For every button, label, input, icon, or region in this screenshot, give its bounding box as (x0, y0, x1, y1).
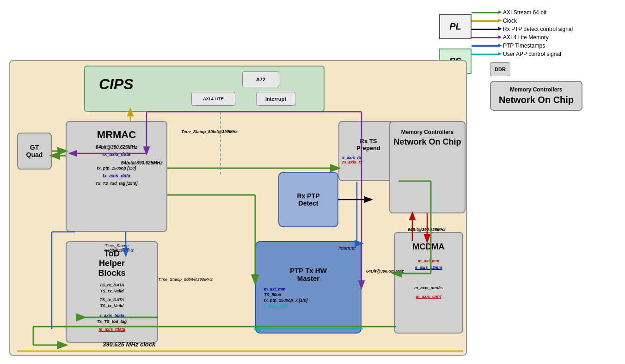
ddr-label-4: DDR (495, 67, 506, 72)
memory-controllers-label: Memory Controllers (401, 129, 453, 135)
legend-label-timestamps: PTP Timestamps (503, 42, 545, 49)
legend-item-timestamps: PTP Timestamps (472, 42, 615, 49)
legend-line-black (472, 29, 499, 30)
rx-ts-label: Rx TSPrepend (356, 138, 380, 152)
clock-label: 390.625 MHz clock (103, 341, 155, 348)
mcdma-label: MCDMA (413, 242, 445, 252)
legend-item-user-app: User APP control signal (472, 51, 615, 57)
a72-label: A72 (256, 77, 265, 82)
legend-line-yellow (472, 20, 499, 22)
interrupt-label: Interrupt (338, 246, 355, 251)
tod-helper-box: ToDHelperBlocks TS_rx_DATA TS_rx_Valid T… (66, 241, 158, 343)
tod-s-axis-tdata: s_axis_tdata (71, 313, 153, 318)
rx-ts-m-axis: m_axis_rx (342, 160, 394, 164)
legend-item-rx-ptp: Rx PTP detect control signal (472, 26, 615, 32)
mem-ctrl-area: Memory Controllers Network On Chip (490, 81, 582, 111)
legend-item-axi4lite: AXI 4 Lite Memory (472, 34, 615, 41)
mrmac-box: MRMAC 64bit@390.625MHz rx_axis_data tx_p… (66, 121, 167, 232)
tod-ts-rx-valid: TS_rx_Valid (71, 289, 153, 293)
legend-line-cyan (472, 54, 499, 55)
rx-ptp-detect-box: Rx PTPDetect (278, 172, 338, 227)
64bit-mcdma-bottom-label: 64Bit@390.625MHz (366, 269, 404, 273)
memory-noc-box: Memory Controllers Network On Chip (389, 121, 466, 213)
ts-55bit-label: Time_Stamp55bit@390MHz (105, 243, 134, 253)
mrmac-tx-ts-tod: Tx_TS_tod_tag [15:0] (71, 181, 162, 186)
ptp-tx-ptp: tx_ptp_1588op_x [1:0] (264, 298, 353, 303)
legend-label-axi-stream: AXI Stream 64 bit (503, 9, 546, 16)
rx-ptp-detect-label: Rx PTPDetect (297, 192, 319, 207)
legend-item-axi-stream: AXI Stream 64 bit (472, 9, 615, 16)
axi4lite-box: AXI 4 LITE (191, 92, 235, 106)
mrmac-freq: 64bit@390.625MHz (96, 145, 137, 150)
gt-quad-box: GTQuad (17, 133, 52, 170)
mrmac-tx-ptp: tx_ptp_1588op [1:0] (71, 166, 162, 170)
interrupt-top-label: Interrupt (265, 96, 286, 102)
tod-ts-tx-data: TS_tx_DATA (71, 297, 153, 302)
legend-label-clock: Clock (503, 18, 517, 24)
cips-label: CIPS (99, 76, 134, 93)
cips-box: CIPS A72 AXI 4 LITE Interrupt (84, 66, 325, 112)
mrmac-label: MRMAC (97, 129, 136, 141)
ptp-tx-hw-box: PTP Tx HWMaster m_axi_mm TS_80bit tx_ptp… (255, 241, 362, 334)
rx-ts-s-axis: s_axis_rx (342, 155, 394, 160)
mem-noc-outside-box: Memory Controllers Network On Chip (490, 81, 582, 111)
mcdma-m-axi-mm: m_axi_mm (398, 259, 459, 263)
network-on-chip-label: Network On Chip (393, 137, 461, 147)
noc-outside-label: Network On Chip (495, 95, 578, 105)
mcdma-m-axis-mm2s: m_axis_mm2s (398, 285, 459, 290)
legend-label-user-app: User APP control signal (503, 51, 561, 57)
mcdma-s-axis-s2mm: s_axis_s2mm (398, 265, 459, 270)
a72-box: A72 (242, 71, 279, 87)
tod-tx-ts-tod-tag: Tx_TS_tod_tag (71, 319, 153, 324)
diagram-area: CIPS A72 AXI 4 LITE Interrupt GTQuad MRM… (9, 60, 467, 356)
mcdma-m-axis-cntrl: m_axis_cntrl (398, 294, 459, 299)
tod-ts-rx-data: TS_rx_DATA (71, 283, 153, 287)
ts-80bit-tod-label: Time_Stamp_80bit@390MHz (158, 277, 213, 282)
mcdma-box: MCDMA m_axi_mm s_axis_s2mm m_axis_mm2s m… (394, 232, 463, 334)
legend-line-green (472, 12, 499, 13)
legend-label-axi4lite: AXI 4 Lite Memory (503, 34, 549, 41)
pl-label: PL (449, 21, 461, 32)
mrmac-64bit-label: 64bit@390.625MHz (121, 160, 163, 165)
legend-line-blue (472, 45, 499, 47)
mrmac-tx-axis: tx_axis_data (71, 173, 162, 178)
legend-line-purple (472, 37, 499, 38)
ddr-box-4: DDR (490, 62, 510, 76)
ptp-ts-80bit: TS_80bit (264, 292, 353, 297)
tod-helper-label: ToDHelperBlocks (98, 249, 125, 278)
ptp-m-axi-mm: m_axi_mm (264, 287, 353, 291)
tod-ts-tx-vaild: TS_tx_Vaild (71, 303, 153, 308)
ptp-tx-hw-label: PTP Tx HWMaster (290, 267, 327, 282)
legend-label-rx-ptp: Rx PTP detect control signal (503, 26, 573, 32)
ptp-s-axis-cntrl: s_axis_cntrl (264, 303, 353, 308)
ts-80bit-label: Time_Stamp_80bit@390MHz (181, 129, 238, 134)
64bit-mcdma-top-label: 64Bit@390.625MHz (408, 227, 446, 232)
gt-quad-label: GTQuad (26, 144, 43, 158)
tod-m-axis-tdata: m_axis_tdata (71, 327, 153, 332)
interrupt-top-box: Interrupt (256, 92, 295, 106)
legend: AXI Stream 64 bit Clock Rx PTP detect co… (472, 9, 615, 59)
pl-box: PL (439, 14, 472, 39)
mrmac-rx-axis: rx_axis_data (103, 152, 131, 157)
legend-item-clock: Clock (472, 18, 615, 24)
axi4lite-label: AXI 4 LITE (203, 97, 224, 101)
mem-ctrl-outside-label: Memory Controllers (495, 86, 578, 93)
